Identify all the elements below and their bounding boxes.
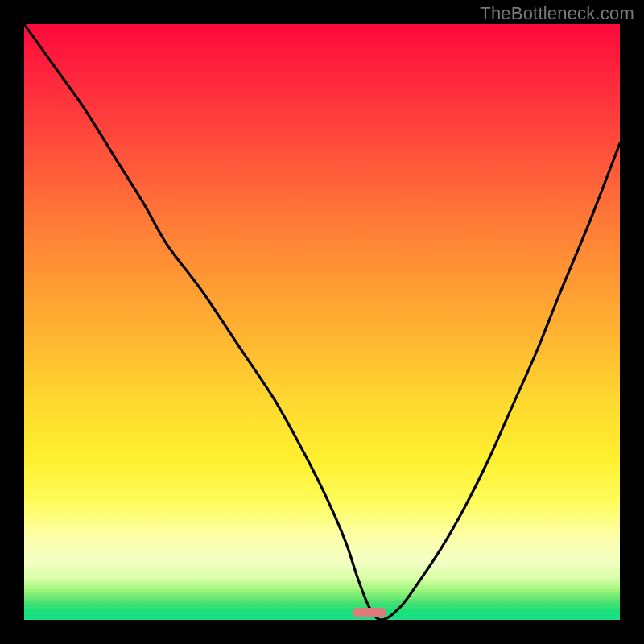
optimal-marker	[353, 608, 386, 617]
chart-frame: TheBottleneck.com	[0, 0, 644, 644]
bottleneck-curve	[24, 24, 620, 620]
plot-area	[24, 24, 620, 620]
watermark-text: TheBottleneck.com	[480, 3, 634, 24]
